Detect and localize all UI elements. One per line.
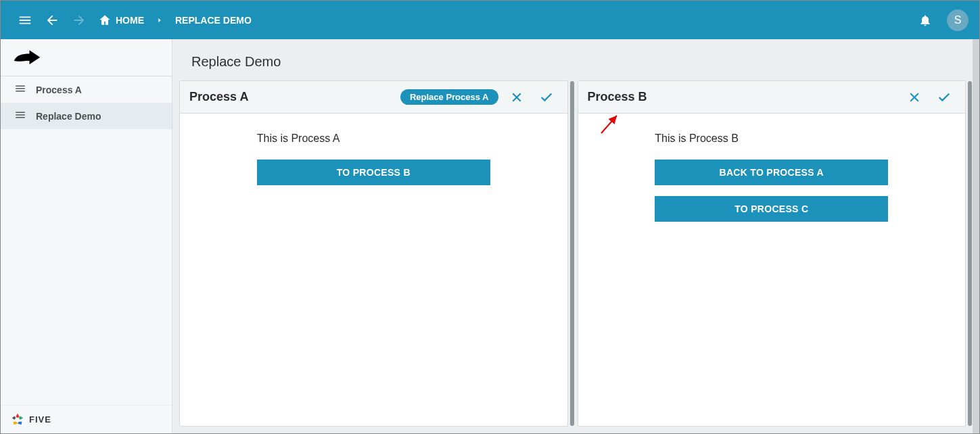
hamburger-icon[interactable] (11, 7, 39, 34)
breadcrumb-home[interactable]: HOME (98, 14, 144, 27)
menu-icon (14, 109, 26, 123)
content-area: Process A Replace Demo FIVE (1, 39, 979, 433)
menu-icon (14, 82, 26, 97)
panel-b-body: This is Process B BACK TO PROCESS A TO P… (578, 114, 966, 426)
sidebar-item-replace-demo[interactable]: Replace Demo (1, 103, 172, 129)
sidebar-header (1, 39, 172, 76)
panel-b-title: Process B (588, 90, 647, 104)
forward-icon (66, 7, 93, 34)
back-icon[interactable] (39, 7, 66, 34)
chevron-right-icon (156, 14, 163, 26)
sidebar-item-label: Replace Demo (36, 111, 101, 122)
panel-b-scrollbar[interactable] (968, 81, 972, 426)
breadcrumb: HOME REPLACE DEMO (98, 14, 252, 27)
panel-b-header: Process B (578, 81, 966, 114)
panel-b-text: This is Process B (655, 132, 888, 145)
page-title: Replace Demo (172, 39, 973, 80)
back-to-process-a-button[interactable]: BACK TO PROCESS A (655, 160, 888, 185)
sidebar-list: Process A Replace Demo (1, 76, 172, 405)
to-process-c-button[interactable]: TO PROCESS C (655, 196, 888, 222)
close-icon[interactable] (505, 86, 528, 109)
sidebar-item-process-a[interactable]: Process A (1, 76, 172, 103)
to-process-b-button[interactable]: TO PROCESS B (257, 160, 490, 185)
panel-a-title: Process A (189, 90, 248, 104)
top-bar: HOME REPLACE DEMO S (1, 1, 979, 39)
close-icon[interactable] (903, 86, 926, 109)
main: Replace Demo Process A Replace Process A (172, 39, 973, 433)
breadcrumb-home-label: HOME (116, 15, 144, 26)
panel-process-a: Process A Replace Process A This is Proc… (179, 80, 568, 427)
sidebar: Process A Replace Demo FIVE (1, 39, 172, 433)
avatar[interactable]: S (947, 9, 969, 31)
replace-process-a-chip[interactable]: Replace Process A (400, 89, 498, 105)
panel-a-body: This is Process A TO PROCESS B (180, 114, 567, 426)
sidebar-item-label: Process A (36, 85, 82, 95)
panel-a-header: Process A Replace Process A (180, 81, 567, 114)
panel-process-b: Process B This is Process B BACK TO PROC… (578, 80, 966, 427)
panel-a-scrollbar[interactable] (570, 81, 574, 426)
breadcrumb-current[interactable]: REPLACE DEMO (175, 15, 252, 26)
panel-a-text: This is Process A (257, 132, 490, 145)
share-arrow-icon (13, 47, 41, 68)
brand-logo[interactable]: FIVE (10, 412, 51, 427)
bell-icon[interactable] (912, 7, 939, 34)
page-scrollbar[interactable] (973, 39, 979, 433)
check-icon[interactable] (535, 86, 558, 109)
panels-row: Process A Replace Process A This is Proc… (172, 80, 973, 433)
brand-text: FIVE (29, 414, 51, 425)
brand-mark-icon (10, 412, 25, 427)
avatar-initial: S (954, 14, 962, 26)
check-icon[interactable] (933, 86, 956, 109)
sidebar-footer: FIVE (1, 405, 172, 433)
